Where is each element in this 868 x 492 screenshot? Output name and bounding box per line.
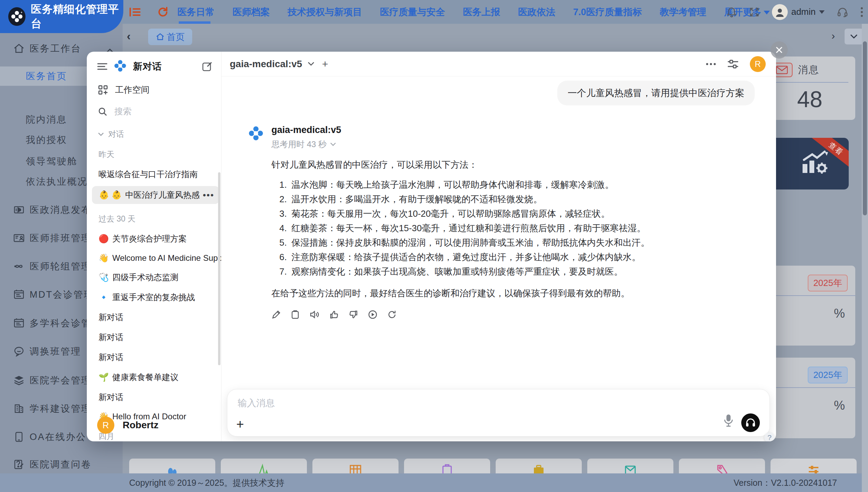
voice-mode-button[interactable] — [741, 413, 760, 432]
sidebar-toggle-icon[interactable] — [97, 62, 107, 71]
nav-item-tech-auth[interactable]: 技术授权与新项目 — [288, 0, 362, 24]
conversation-item[interactable]: 🌱健康素食餐单建议 — [87, 372, 221, 383]
mic-icon[interactable] — [723, 413, 734, 429]
model-name: gaia-medical:v5 — [230, 59, 302, 70]
close-icon — [775, 46, 783, 54]
copyright: Copyright © 2019～2025。提供技术支持 — [129, 477, 285, 489]
chat-logo-icon — [114, 59, 127, 74]
answer-closing: 在给予这些方法的同时，最好结合医生的诊断和治疗建议，以确保孩子得到最有效的帮助。 — [271, 286, 650, 300]
workspace-item[interactable]: 工作空间 — [87, 84, 221, 95]
nav-item-archives[interactable]: 医师档案 — [232, 0, 270, 24]
conversation-item[interactable]: 🔴关节炎综合护理方案 — [87, 233, 221, 244]
conversation-item-active[interactable]: 👶 👶 中医治疗儿童风热感冒 ••• — [92, 186, 219, 204]
kebab-menu-icon[interactable] — [860, 7, 863, 18]
tab-home[interactable]: 首页 — [148, 29, 192, 45]
year-badge-red[interactable]: 2025年 — [808, 275, 848, 291]
thumbs-up-icon[interactable] — [329, 310, 339, 319]
conversation-item[interactable]: 新对话 — [87, 332, 221, 343]
search-input[interactable]: 搜索 — [87, 106, 221, 117]
play-circle-icon[interactable] — [368, 310, 378, 319]
tabs-dropdown[interactable] — [845, 29, 863, 44]
answer-item: 温水泡脚：每天晚上给孩子温水泡脚，可以帮助身体代谢和排毒，缓解寒冷刺激。 — [289, 177, 650, 192]
new-chat-icon[interactable] — [202, 61, 213, 72]
conversation-item[interactable]: 新对话 — [87, 392, 221, 403]
ai-chat-dialog: 新对话 工作空间 搜索 对话 昨天 — [87, 52, 776, 441]
headset-icon[interactable] — [837, 7, 848, 18]
chevron-down-icon — [819, 10, 825, 14]
answer-item: 注意防寒保暖：给孩子提供适合的衣物，避免过度出汗，并多让他喝水，减少体内缺水。 — [289, 250, 650, 264]
conversation-item[interactable]: 👋Welcome to AI Medicine Supp — [87, 253, 221, 263]
footer: Copyright © 2019～2025。提供技术支持 Version：V2.… — [0, 473, 868, 492]
regenerate-icon[interactable] — [387, 310, 397, 319]
chevron-down-icon — [308, 62, 314, 66]
conversation-emoji: 👶 👶 — [99, 190, 122, 200]
add-model-tab[interactable]: + — [322, 58, 328, 70]
conversation-item[interactable]: 🩺四级手术动态监测 — [87, 272, 221, 283]
main-nav: 医务日常 医师档案 技术授权与新项目 医疗质量与安全 医务上报 医政依法 7.0… — [177, 0, 770, 24]
nav-item-daily[interactable]: 医务日常 — [177, 0, 215, 24]
nav-item-quality-index[interactable]: 7.0医疗质量指标 — [573, 0, 642, 24]
page-scrollbar[interactable] — [862, 0, 868, 492]
building-icon — [13, 403, 25, 414]
message-card-title: 消息 — [798, 63, 819, 77]
chat-main: gaia-medical:v5 + R 一个儿童风热感冒，请用提供中医治疗方案 — [221, 52, 776, 441]
divider — [771, 82, 848, 83]
conversation-item[interactable]: 喉返综合征与口干治疗指南 — [87, 169, 221, 180]
group-label: 过去 30 天 — [87, 214, 221, 224]
conversation-sidebar: 新对话 工作空间 搜索 对话 昨天 — [87, 52, 221, 441]
copy-icon[interactable] — [291, 310, 300, 319]
current-user[interactable]: R Robertz — [97, 417, 158, 434]
conversation-item[interactable]: 新对话 — [87, 352, 221, 363]
refresh-icon[interactable] — [157, 7, 168, 18]
conversations-section[interactable]: 对话 — [87, 129, 221, 140]
collapse-menu-icon[interactable] — [129, 7, 141, 17]
conversation-item[interactable]: 新对话 — [87, 312, 221, 323]
assistant-avatar-icon — [248, 125, 264, 141]
app-root: 消息 48 42 院 查看 2025年 % 2025年 % — [0, 0, 868, 492]
username: admin — [791, 7, 816, 17]
tabs-scroll-right[interactable]: › — [831, 30, 835, 42]
answer-item: 温开水饮用：多喝温开水，有助于缓解喉咙的不适和轻微发烧。 — [289, 192, 650, 206]
model-selector[interactable]: gaia-medical:v5 + — [230, 58, 706, 70]
avatar[interactable]: R — [750, 56, 766, 72]
nav-item-law[interactable]: 医政依法 — [518, 0, 555, 24]
read-aloud-icon[interactable] — [309, 310, 320, 319]
answer-intro: 针对儿童风热感冒的中医治疗，可以采用以下方法： — [271, 157, 650, 172]
nav-item-quality-safety[interactable]: 医疗质量与安全 — [380, 0, 445, 24]
board-icon — [13, 317, 25, 329]
workspace-grid-icon — [98, 85, 108, 95]
help-button[interactable]: ? — [764, 432, 775, 441]
sidebar-item-survey[interactable]: 医院调查问卷 — [0, 455, 123, 474]
survey-icon — [13, 459, 25, 470]
message-count: 48 — [771, 86, 848, 112]
message-input[interactable]: 输入消息 + — [227, 389, 770, 437]
back-arrow[interactable]: ‹ — [127, 29, 131, 43]
more-options-icon[interactable] — [706, 63, 716, 65]
fullscreen-icon[interactable] — [749, 7, 760, 17]
conversation-item[interactable]: 🔹重返手术室的复杂挑战 — [87, 292, 221, 303]
thumbs-down-icon[interactable] — [349, 310, 358, 319]
attach-button[interactable]: + — [236, 418, 244, 431]
user-menu[interactable]: admin — [772, 4, 825, 20]
avatar — [772, 4, 788, 20]
nav-item-teaching[interactable]: 教学考管理 — [660, 0, 706, 24]
message-stat-card: 消息 48 — [763, 57, 855, 120]
nav-item-report[interactable]: 医务上报 — [463, 0, 500, 24]
thinking-time[interactable]: 思考用时 43 秒 — [271, 139, 650, 150]
input-placeholder: 输入消息 — [238, 397, 275, 409]
conversation-menu-icon[interactable]: ••• — [203, 190, 214, 201]
edit-icon[interactable] — [271, 310, 281, 319]
close-dialog-button[interactable] — [771, 41, 788, 59]
list-scrollbar[interactable] — [218, 172, 220, 365]
answer-item: 保湿措施：保持皮肤和黏膜的湿润，可以使用润肺膏或玉米油，帮助抵抗体内失水和出汗。 — [289, 235, 650, 250]
scrollbar-thumb[interactable] — [863, 41, 867, 215]
group-label: 昨天 — [87, 149, 221, 160]
chart-gear-icon — [800, 150, 830, 176]
answer-item: 红糖姜茶：每天一杯，每次15-30毫升，通过红糖和姜进行煎熬后饮用，有助于驱寒祛… — [289, 221, 650, 235]
percent-unit: % — [834, 306, 845, 321]
top-navbar: 医务日常 医师档案 技术授权与新项目 医疗质量与安全 医务上报 医政依法 7.0… — [0, 0, 868, 24]
settings-sliders-icon[interactable] — [727, 59, 739, 69]
bell-icon[interactable] — [726, 7, 737, 18]
year-badge-blue[interactable]: 2025年 — [808, 367, 848, 383]
chat-bubble-icon — [13, 346, 25, 357]
